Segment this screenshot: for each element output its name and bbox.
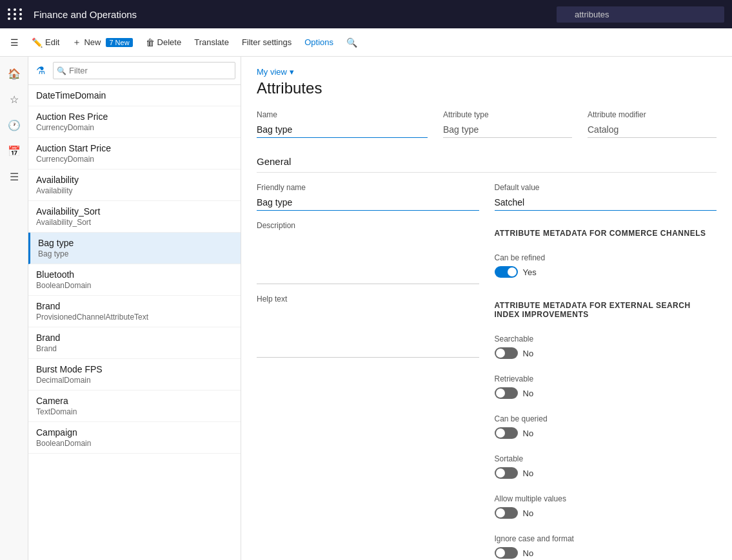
page-title: Attributes [257, 79, 717, 97]
can-be-queried-label: Can be queried [495, 414, 717, 423]
retrievable-value: No [523, 389, 534, 398]
sidebar: ⚗ 🔍 DateTimeDomain Auction Res Price Cur… [28, 57, 241, 560]
help-text-textarea[interactable] [257, 306, 479, 358]
sidebar-item-sub: Brand [36, 344, 233, 353]
sidebar-item[interactable]: Auction Res Price CurrencyDomain [28, 106, 241, 138]
sidebar-item[interactable]: Campaign BooleanDomain [28, 422, 241, 454]
favorites-nav-icon[interactable]: ☆ [3, 88, 26, 111]
filter-input[interactable] [53, 62, 235, 79]
sidebar-item-sub: DecimalDomain [36, 376, 233, 385]
retrievable-toggle[interactable] [495, 387, 518, 399]
can-be-refined-toggle-wrapper: Can be refined Yes [495, 253, 717, 278]
hamburger-menu-button[interactable]: ☰ [5, 34, 24, 52]
description-label: Description [257, 221, 479, 230]
edit-label: Edit [45, 37, 59, 47]
sidebar-item-sub: CurrencyDomain [36, 155, 233, 164]
sidebar-item[interactable]: Auction Start Price CurrencyDomain [28, 138, 241, 169]
top-bar: Finance and Operations 🔍 [0, 0, 732, 28]
delete-button[interactable]: 🗑 Delete [141, 34, 187, 52]
sidebar-item-sub: ProvisionedChannelAttributeText [36, 313, 233, 322]
ignore-case-label: Ignore case and format [495, 534, 717, 543]
global-search-input[interactable] [557, 6, 724, 23]
home-nav-icon[interactable]: 🏠 [3, 62, 26, 85]
sidebar-item[interactable]: Camera TextDomain [28, 391, 241, 422]
attribute-modifier-label: Attribute modifier [588, 110, 717, 119]
general-section: General Friendly name Description Help t… [257, 148, 717, 560]
can-be-queried-toggle[interactable] [495, 427, 518, 439]
calendar-nav-icon[interactable]: 📅 [3, 139, 26, 162]
description-textarea[interactable] [257, 233, 479, 284]
help-text-label: Help text [257, 294, 479, 304]
sidebar-item[interactable]: Brand Brand [28, 327, 241, 359]
new-icon: ＋ [72, 37, 81, 48]
translate-label: Translate [194, 37, 229, 47]
name-label: Name [257, 110, 428, 119]
recent-nav-icon[interactable]: 🕐 [3, 113, 26, 137]
filter-toggle-button[interactable]: ⚗ [34, 62, 48, 79]
sidebar-item-name: Campaign [36, 427, 233, 438]
sortable-row: No [495, 467, 717, 479]
name-input[interactable] [257, 122, 428, 138]
options-label: Options [304, 37, 333, 47]
can-be-queried-row: No [495, 427, 717, 439]
sidebar-item-sub: Bag type [38, 249, 233, 258]
view-selector-label: My view [257, 67, 287, 77]
allow-multiple-toggle-wrapper: Allow multiple values No [495, 494, 717, 519]
help-text-field: Help text [257, 294, 479, 358]
default-value-field: Default value [495, 183, 717, 211]
ignore-case-toggle[interactable] [495, 547, 518, 559]
metadata-search-title: ATTRIBUTE METADATA FOR EXTERNAL SEARCH I… [495, 301, 717, 319]
default-value-input[interactable] [495, 195, 717, 211]
sidebar-list: DateTimeDomain Auction Res Price Currenc… [28, 85, 241, 560]
edit-button[interactable]: ✏️ Edit [26, 34, 64, 52]
allow-multiple-toggle[interactable] [495, 507, 518, 519]
ignore-case-value: No [523, 548, 534, 558]
attribute-modifier-field: Attribute modifier Catalog [588, 110, 717, 138]
sidebar-item-name: Brand [36, 301, 233, 311]
can-be-refined-toggle[interactable] [495, 266, 518, 278]
default-value-label: Default value [495, 183, 717, 192]
sidebar-filter-bar: ⚗ 🔍 [28, 57, 241, 85]
translate-button[interactable]: Translate [189, 34, 234, 51]
sidebar-item[interactable]: Bag type Bag type [28, 233, 241, 264]
view-selector[interactable]: My view ▾ [257, 67, 717, 77]
sidebar-item-name: DateTimeDomain [36, 90, 233, 101]
sidebar-item[interactable]: Burst Mode FPS DecimalDomain [28, 359, 241, 391]
new-button[interactable]: ＋ New 7 New [67, 33, 137, 52]
sidebar-item-sub: TextDomain [36, 407, 233, 416]
search-toolbar-button[interactable]: 🔍 [341, 34, 362, 52]
friendly-name-label: Friendly name [257, 183, 479, 192]
can-be-queried-value: No [523, 429, 534, 438]
sortable-toggle[interactable] [495, 467, 518, 479]
sidebar-item[interactable]: Brand ProvisionedChannelAttributeText [28, 296, 241, 327]
sidebar-item-sub: Availability_Sort [36, 218, 233, 227]
list-nav-icon[interactable]: ☰ [3, 165, 26, 188]
general-right-col: Default value ATTRIBUTE METADATA FOR COM… [495, 183, 717, 560]
can-be-refined-label: Can be refined [495, 253, 717, 262]
general-grid: Friendly name Description Help text [257, 183, 717, 560]
can-be-queried-toggle-wrapper: Can be queried No [495, 414, 717, 439]
searchable-value: No [523, 349, 534, 358]
attribute-modifier-value: Catalog [588, 122, 717, 138]
can-be-refined-value: Yes [523, 267, 537, 277]
sidebar-item-name: Camera [36, 396, 233, 406]
filter-settings-button[interactable]: Filter settings [237, 34, 297, 51]
options-button[interactable]: Options [299, 34, 339, 51]
sidebar-item[interactable]: Availability_Sort Availability_Sort [28, 201, 241, 233]
friendly-name-input[interactable] [257, 195, 479, 211]
sidebar-item[interactable]: DateTimeDomain [28, 85, 241, 106]
chevron-down-icon: ▾ [290, 67, 294, 77]
searchable-toggle-wrapper: Searchable No [495, 334, 717, 359]
filter-settings-label: Filter settings [242, 37, 292, 47]
edit-icon: ✏️ [32, 37, 43, 48]
general-left-col: Friendly name Description Help text [257, 183, 479, 560]
sidebar-item-name: Bag type [38, 238, 233, 248]
sidebar-item-name: Auction Start Price [36, 143, 233, 153]
searchable-toggle[interactable] [495, 347, 518, 359]
toolbar: ☰ ✏️ Edit ＋ New 7 New 🗑 Delete Translate… [0, 28, 732, 57]
sidebar-item[interactable]: Availability Availability [28, 169, 241, 201]
retrievable-row: No [495, 387, 717, 399]
ignore-case-toggle-wrapper: Ignore case and format No [495, 534, 717, 559]
sidebar-item[interactable]: Bluetooth BooleanDomain [28, 264, 241, 296]
app-launcher-icon[interactable] [8, 8, 23, 20]
